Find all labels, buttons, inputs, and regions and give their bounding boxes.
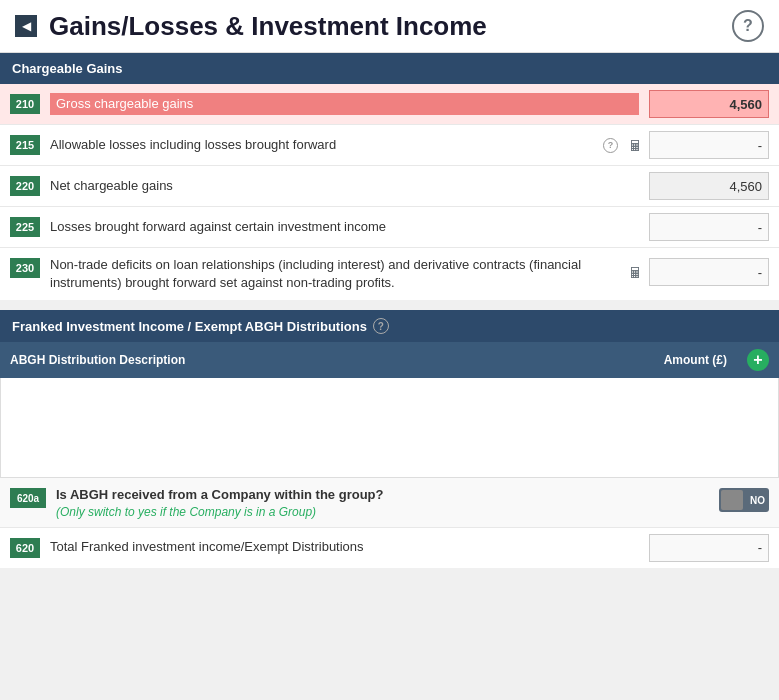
- field-code-620: 620: [10, 538, 40, 558]
- field-code-220: 220: [10, 176, 40, 196]
- field-input-230[interactable]: [649, 258, 769, 286]
- field-label-215: Allowable losses including losses brough…: [50, 136, 598, 154]
- field-row-210: 210 Gross chargeable gains: [0, 84, 779, 125]
- franked-income-header: Franked Investment Income / Exempt ABGH …: [0, 310, 779, 342]
- field-code-620a: 620a: [10, 488, 46, 508]
- field-row-220: 220 Net chargeable gains: [0, 166, 779, 207]
- field-input-220: [649, 172, 769, 200]
- field-code-225: 225: [10, 217, 40, 237]
- field-label-225: Losses brought forward against certain i…: [50, 218, 639, 236]
- franked-income-title: Franked Investment Income / Exempt ABGH …: [12, 319, 367, 334]
- field-code-230: 230: [10, 258, 40, 278]
- chargeable-gains-title: Chargeable Gains: [12, 61, 123, 76]
- page-title: Gains/Losses & Investment Income: [49, 11, 732, 42]
- page-wrapper: ◀ Gains/Losses & Investment Income ? Cha…: [0, 0, 779, 568]
- table-col-desc: ABGH Distribution Description: [10, 353, 664, 367]
- field-input-area-620: [649, 534, 769, 562]
- field-code-215: 215: [10, 135, 40, 155]
- field-label-220: Net chargeable gains: [50, 177, 639, 195]
- table-col-amount: Amount (£): [664, 353, 727, 367]
- field-input-area-210: [649, 90, 769, 118]
- page-help-icon[interactable]: ?: [732, 10, 764, 42]
- field-row-620a: 620a Is ABGH received from a Company wit…: [0, 478, 779, 527]
- field-input-225[interactable]: [649, 213, 769, 241]
- field-input-215[interactable]: [649, 131, 769, 159]
- field-help-215[interactable]: ?: [603, 138, 618, 153]
- field-code-210: 210: [10, 94, 40, 114]
- field-input-area-220: [649, 172, 769, 200]
- chargeable-gains-section: Chargeable Gains 210 Gross chargeable ga…: [0, 53, 779, 300]
- field-row-620: 620 Total Franked investment income/Exem…: [0, 528, 779, 568]
- abgh-table-body: [0, 378, 779, 478]
- toggle-620a[interactable]: NO: [719, 488, 769, 512]
- toggle-knob-620a: [721, 490, 743, 510]
- field-input-area-230: 🖩: [628, 258, 769, 286]
- field-input-area-215: 🖩: [628, 131, 769, 159]
- field-row-230: 230 Non-trade deficits on loan relations…: [0, 248, 779, 300]
- field-label-620: Total Franked investment income/Exempt D…: [50, 538, 639, 556]
- field-input-620[interactable]: [649, 534, 769, 562]
- field-row-225: 225 Losses brought forward against certa…: [0, 207, 779, 248]
- back-arrow[interactable]: ◀: [15, 15, 37, 37]
- field-note-620a: (Only switch to yes if the Company is in…: [56, 505, 709, 519]
- calc-icon-230[interactable]: 🖩: [628, 264, 643, 281]
- field-input-area-620a: NO: [719, 488, 769, 512]
- field-input-210[interactable]: [649, 90, 769, 118]
- toggle-wrapper-620a: NO: [719, 488, 769, 512]
- field-row-215: 215 Allowable losses including losses br…: [0, 125, 779, 166]
- page-header: ◀ Gains/Losses & Investment Income ?: [0, 0, 779, 53]
- calc-icon-215[interactable]: 🖩: [628, 137, 643, 154]
- field-label-230: Non-trade deficits on loan relationships…: [50, 256, 618, 292]
- chargeable-gains-header: Chargeable Gains: [0, 53, 779, 84]
- franked-income-help-icon[interactable]: ?: [373, 318, 389, 334]
- table-add-button[interactable]: +: [747, 349, 769, 371]
- franked-income-section: Franked Investment Income / Exempt ABGH …: [0, 310, 779, 567]
- field-label-620a: Is ABGH received from a Company within t…: [56, 486, 709, 504]
- field-input-area-225: [649, 213, 769, 241]
- toggle-label-620a: NO: [750, 495, 765, 506]
- field-label-210: Gross chargeable gains: [50, 93, 639, 115]
- abgh-table-header: ABGH Distribution Description Amount (£)…: [0, 342, 779, 378]
